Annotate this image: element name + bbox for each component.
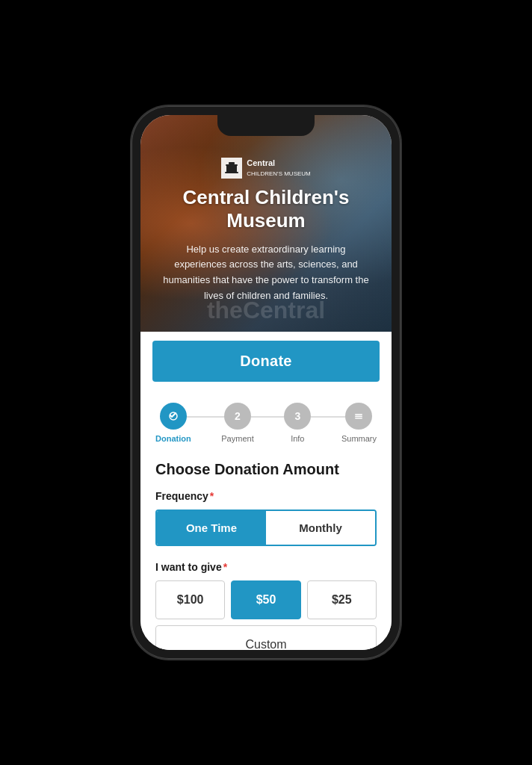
phone-frame: Central CHILDREN'S MUSEUM Central Childr… [132,106,400,659]
step-4-circle [345,403,372,430]
steps-list: Donation 2 Payment 3 Info [155,403,377,443]
monthly-button[interactable]: Monthly [266,511,375,545]
hero-subtitle: Help us create extraordinary learning ex… [161,242,371,304]
custom-amount-button[interactable]: Custom [155,625,377,650]
step-payment[interactable]: 2 Payment [221,403,253,443]
step-1-circle [160,403,187,430]
hero-title: Central Children's Museum [155,186,377,232]
phone-screen: Central CHILDREN'S MUSEUM Central Childr… [140,115,392,650]
svg-rect-5 [355,416,362,418]
svg-rect-4 [355,414,362,415]
step-4-label: Summary [341,434,377,443]
svg-rect-6 [355,418,362,419]
step-3-label: Info [291,434,304,443]
donate-button-section: Donate [140,332,392,391]
step-info[interactable]: 3 Info [284,403,311,443]
step-2-label: Payment [221,434,253,443]
steps-section: Donation 2 Payment 3 Info [140,391,392,449]
amount-label: I want to give* [155,561,377,573]
svg-rect-1 [226,164,238,166]
step-3-circle: 3 [284,403,311,430]
amount-50-button[interactable]: $50 [231,580,300,619]
amount-25-button[interactable]: $25 [307,580,377,619]
frequency-required: * [210,490,214,502]
frequency-toggle: One Time Monthly [155,510,377,546]
step-summary[interactable]: Summary [341,403,377,443]
screen-content: Central CHILDREN'S MUSEUM Central Childr… [140,115,392,650]
one-time-button[interactable]: One Time [157,511,266,545]
donate-button[interactable]: Donate [152,341,380,382]
logo-text: Central CHILDREN'S MUSEUM [247,158,311,178]
form-title: Choose Donation Amount [155,461,377,478]
hero-logo: Central CHILDREN'S MUSEUM [221,158,311,179]
step-donation[interactable]: Donation [155,403,191,443]
svg-rect-0 [226,165,237,173]
svg-rect-3 [225,172,238,173]
form-section: Choose Donation Amount Frequency* One Ti… [140,449,392,650]
svg-rect-2 [229,162,235,164]
amount-grid: $100 $50 $25 [155,580,377,619]
hero-section: Central CHILDREN'S MUSEUM Central Childr… [140,115,392,332]
amount-required: * [223,561,227,573]
notch [217,115,315,136]
step-1-label: Donation [155,434,191,443]
step-2-circle: 2 [224,403,251,430]
logo-icon [221,158,242,179]
frequency-label: Frequency* [155,490,377,502]
amount-100-button[interactable]: $100 [155,580,225,619]
